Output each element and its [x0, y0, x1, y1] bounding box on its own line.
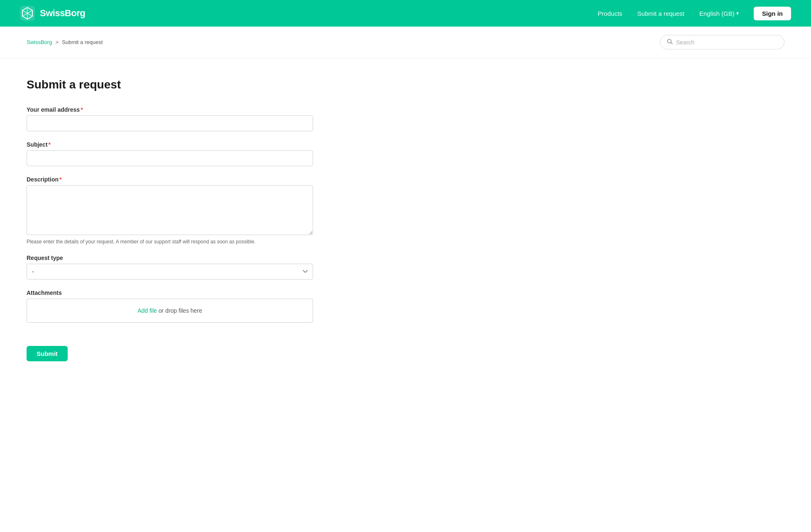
subject-label: Subject*	[27, 141, 314, 148]
breadcrumb-separator: >	[55, 39, 59, 45]
breadcrumb-current: Submit a request	[62, 39, 103, 45]
drop-files-text: or drop files here	[157, 307, 202, 314]
breadcrumb-home[interactable]: SwissBorg	[27, 39, 52, 45]
request-type-select[interactable]: -	[27, 264, 313, 279]
site-header: SwissBorg Products Submit a request Engl…	[0, 0, 811, 27]
subject-required-star: *	[49, 141, 51, 148]
request-type-label: Request type	[27, 255, 314, 261]
description-group: Description* Please enter the details of…	[27, 176, 314, 245]
request-type-group: Request type -	[27, 255, 314, 279]
nav-products[interactable]: Products	[598, 10, 622, 17]
email-field[interactable]	[27, 115, 313, 131]
attachments-label: Attachments	[27, 289, 314, 296]
email-required-star: *	[81, 106, 83, 113]
swissborg-logo-icon	[20, 6, 35, 21]
attachments-drop-zone[interactable]: Add file or drop files here	[27, 299, 313, 323]
language-label: English (GB)	[699, 10, 735, 17]
attachments-group: Attachments Add file or drop files here	[27, 289, 314, 323]
chevron-down-icon: ▾	[736, 10, 739, 16]
email-label: Your email address*	[27, 106, 314, 113]
page-title: Submit a request	[27, 78, 314, 91]
search-input[interactable]	[676, 39, 777, 46]
sign-in-button[interactable]: Sign in	[754, 7, 791, 20]
search-box	[660, 35, 784, 49]
subject-group: Subject*	[27, 141, 314, 166]
nav-submit-request[interactable]: Submit a request	[637, 10, 684, 17]
svg-line-6	[671, 43, 673, 44]
breadcrumb: SwissBorg > Submit a request	[27, 39, 103, 45]
description-field[interactable]	[27, 185, 313, 235]
description-required-star: *	[59, 176, 61, 183]
top-bar: SwissBorg > Submit a request	[0, 27, 811, 58]
email-group: Your email address*	[27, 106, 314, 131]
subject-field[interactable]	[27, 150, 313, 166]
submit-request-form: Your email address* Subject* Description…	[27, 106, 314, 361]
logo-text: SwissBorg	[40, 8, 85, 19]
language-selector[interactable]: English (GB) ▾	[699, 10, 739, 17]
submit-button[interactable]: Submit	[27, 346, 68, 361]
add-file-link[interactable]: Add file	[137, 307, 157, 314]
main-content: Submit a request Your email address* Sub…	[0, 58, 341, 395]
main-nav: Products Submit a request English (GB) ▾…	[598, 7, 791, 20]
search-icon	[667, 39, 673, 46]
description-label: Description*	[27, 176, 314, 183]
description-hint: Please enter the details of your request…	[27, 239, 314, 245]
logo-group: SwissBorg	[20, 6, 85, 21]
